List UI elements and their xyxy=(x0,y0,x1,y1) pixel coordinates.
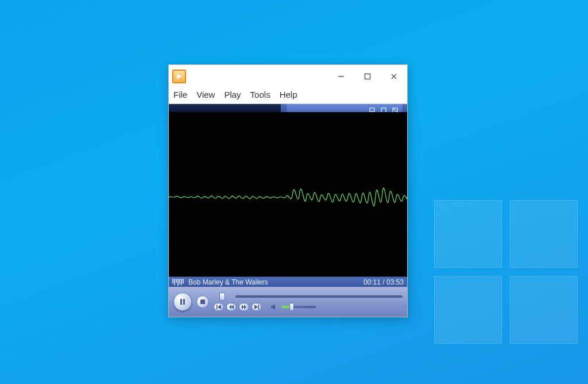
next-button[interactable] xyxy=(252,303,262,311)
strip-arrow-icon[interactable] xyxy=(392,105,398,111)
svg-marker-21 xyxy=(271,304,275,310)
svg-marker-17 xyxy=(242,305,244,309)
menu-view[interactable]: View xyxy=(196,90,215,99)
app-icon xyxy=(172,70,186,83)
menu-play[interactable]: Play xyxy=(224,90,241,99)
svg-marker-18 xyxy=(244,305,246,309)
strip-window-icon[interactable] xyxy=(381,105,386,111)
svg-rect-11 xyxy=(183,299,185,305)
svg-marker-0 xyxy=(177,74,181,79)
svg-marker-16 xyxy=(231,305,234,309)
svg-rect-13 xyxy=(216,305,218,309)
track-label: Bob Marley & The Wailers xyxy=(188,278,268,286)
seek-thumb[interactable] xyxy=(219,293,225,301)
volume-thumb[interactable] xyxy=(289,303,294,311)
top-strip xyxy=(169,104,407,112)
svg-marker-14 xyxy=(218,305,221,309)
svg-rect-10 xyxy=(180,299,182,305)
svg-marker-19 xyxy=(254,305,258,309)
seek-bar[interactable] xyxy=(235,295,403,298)
time-display: 00:11 / 03:53 xyxy=(363,278,404,286)
maximize-button[interactable] xyxy=(354,65,381,88)
info-bar: Bob Marley & The Wailers 00:11 / 03:53 xyxy=(169,277,407,287)
menu-file[interactable]: File xyxy=(173,90,187,99)
waveform xyxy=(169,188,407,206)
menu-tools[interactable]: Tools xyxy=(250,90,270,99)
menubar: File View Play Tools Help xyxy=(169,88,407,104)
media-player-window: File View Play Tools Help xyxy=(168,64,408,317)
svg-rect-12 xyxy=(200,299,205,304)
volume-slider[interactable] xyxy=(281,306,316,308)
visualization-area xyxy=(169,112,407,277)
mute-icon[interactable] xyxy=(271,304,278,310)
controls-bar xyxy=(169,287,407,317)
titlebar xyxy=(169,65,407,88)
previous-button[interactable] xyxy=(214,303,224,311)
play-pause-button[interactable] xyxy=(173,293,192,311)
stop-button[interactable] xyxy=(196,295,209,308)
svg-rect-5 xyxy=(370,108,374,112)
close-button[interactable] xyxy=(381,65,407,88)
svg-marker-15 xyxy=(229,305,231,309)
svg-rect-20 xyxy=(258,305,260,309)
windows-logo xyxy=(434,200,578,344)
forward-button[interactable] xyxy=(239,303,249,311)
strip-monitor-icon[interactable] xyxy=(369,105,375,111)
rewind-button[interactable] xyxy=(226,303,237,311)
svg-rect-2 xyxy=(365,74,370,79)
equalizer-icon xyxy=(172,279,184,286)
menu-help[interactable]: Help xyxy=(280,90,297,99)
minimize-button[interactable] xyxy=(328,65,354,88)
